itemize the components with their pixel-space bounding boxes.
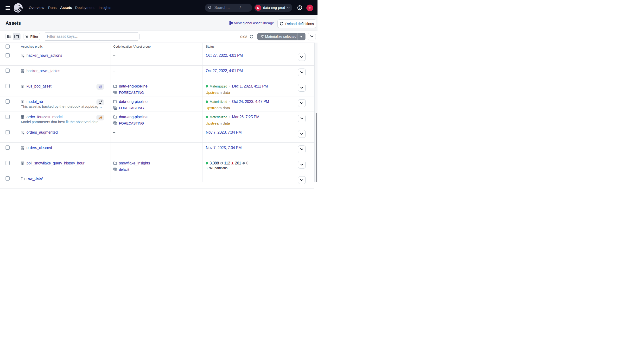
svg-text:?: ?: [299, 6, 301, 10]
